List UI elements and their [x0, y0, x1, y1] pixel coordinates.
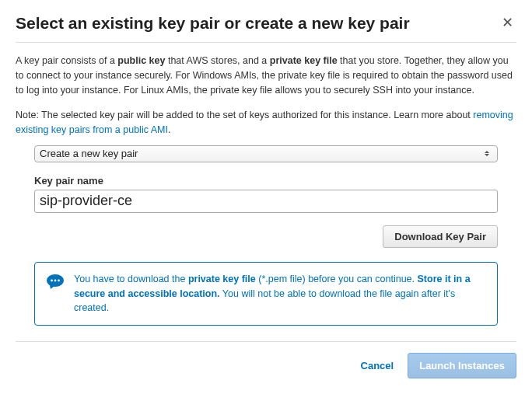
description-text: A key pair consists of a public key that… [16, 54, 516, 97]
svg-point-3 [58, 279, 60, 281]
close-icon[interactable]: ✕ [499, 14, 516, 31]
chat-info-icon [46, 274, 65, 291]
launch-instances-button[interactable]: Launch Instances [408, 353, 516, 378]
note-text: Note: The selected key pair will be adde… [16, 108, 516, 138]
dialog-title: Select an existing key pair or create a … [16, 14, 410, 33]
svg-point-1 [51, 279, 53, 281]
cancel-button[interactable]: Cancel [361, 360, 394, 371]
download-keypair-button[interactable]: Download Key Pair [383, 225, 498, 248]
svg-point-2 [54, 279, 57, 281]
keypair-name-input[interactable] [34, 190, 498, 213]
chevron-updown-icon [481, 151, 492, 156]
select-value: Create a new key pair [40, 148, 481, 159]
keypair-name-label: Key pair name [34, 175, 498, 187]
keypair-mode-select[interactable]: Create a new key pair [34, 145, 498, 162]
info-alert: You have to download the private key fil… [34, 262, 498, 326]
info-text: You have to download the private key fil… [74, 272, 486, 316]
